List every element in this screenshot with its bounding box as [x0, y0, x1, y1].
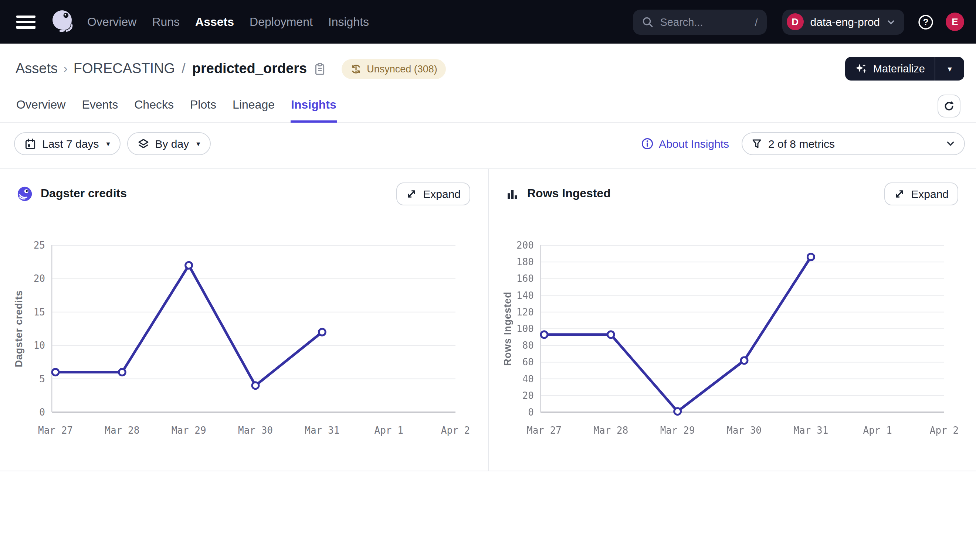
tab-plots[interactable]: Plots — [189, 88, 217, 123]
user-avatar[interactable]: E — [946, 13, 964, 31]
bar-chart-icon — [506, 187, 519, 200]
metrics-filter-label: 2 of 8 metrics — [768, 137, 835, 150]
refresh-button[interactable] — [938, 95, 961, 117]
dagster-credits-title: Dagster credits — [41, 187, 127, 200]
search-placeholder: Search... — [660, 16, 748, 28]
refresh-icon — [943, 100, 955, 112]
asset-tabs: Overview Events Checks Plots Lineage Ins… — [0, 88, 976, 123]
svg-text:Mar 28: Mar 28 — [105, 425, 139, 436]
dagster-credits-panel: Dagster credits Expand 0510152025Mar 27M… — [0, 169, 488, 471]
dagster-credits-header: Dagster credits Expand — [0, 169, 488, 218]
svg-text:Mar 27: Mar 27 — [527, 425, 562, 436]
search-input[interactable]: Search... / — [633, 9, 767, 34]
svg-text:Apr 2: Apr 2 — [441, 425, 470, 436]
rows-ingested-title: Rows Ingested — [527, 187, 611, 200]
copy-asset-name-button[interactable] — [314, 62, 325, 75]
deployment-switcher[interactable]: D data-eng-prod — [782, 9, 904, 34]
tab-overview[interactable]: Overview — [15, 88, 66, 123]
filter-funnel-icon — [751, 138, 762, 149]
svg-text:20: 20 — [33, 273, 45, 284]
nav-item-runs[interactable]: Runs — [150, 12, 181, 32]
caret-down-icon: ▾ — [948, 64, 952, 73]
tab-insights[interactable]: Insights — [290, 88, 337, 123]
svg-text:10: 10 — [33, 340, 45, 351]
app-root: Overview Runs Assets Deployment Insights… — [0, 0, 976, 560]
svg-text:100: 100 — [516, 323, 534, 334]
nav-links: Overview Runs Assets Deployment Insights — [86, 12, 371, 32]
svg-text:120: 120 — [516, 307, 534, 318]
expand-label: Expand — [911, 187, 949, 200]
help-button[interactable]: ? — [917, 13, 934, 31]
caret-down-icon: ▾ — [106, 140, 110, 148]
caret-down-icon: ▾ — [196, 140, 200, 148]
nav-item-assets[interactable]: Assets — [194, 12, 236, 32]
expand-label: Expand — [423, 187, 461, 200]
tab-events[interactable]: Events — [81, 88, 119, 123]
svg-text:80: 80 — [522, 340, 534, 351]
svg-text:60: 60 — [522, 357, 534, 368]
search-shortcut-hint: / — [755, 16, 758, 28]
about-insights-label: About Insights — [659, 137, 729, 150]
layers-icon — [137, 138, 149, 150]
top-nav: Overview Runs Assets Deployment Insights… — [0, 0, 976, 43]
calendar-icon — [24, 138, 36, 150]
svg-text:20: 20 — [522, 390, 534, 401]
svg-text:Mar 29: Mar 29 — [660, 425, 695, 436]
rows-ingested-chart[interactable]: 020406080100120140160180200Mar 27Mar 28M… — [489, 218, 976, 471]
deployment-name: data-eng-prod — [811, 15, 880, 28]
nav-item-insights[interactable]: Insights — [327, 12, 371, 32]
rows-ingested-panel: Rows Ingested Expand 0204060801001201401… — [488, 169, 976, 471]
svg-text:25: 25 — [33, 240, 45, 251]
svg-text:Apr 2: Apr 2 — [930, 425, 959, 436]
svg-text:Rows Ingested: Rows Ingested — [502, 292, 513, 366]
expand-icon — [406, 188, 417, 199]
svg-text:?: ? — [923, 17, 929, 27]
granularity-label: By day — [155, 137, 189, 150]
svg-text:Mar 31: Mar 31 — [305, 425, 339, 436]
svg-text:0: 0 — [39, 407, 45, 418]
svg-text:200: 200 — [516, 240, 534, 251]
svg-text:160: 160 — [516, 273, 534, 284]
granularity-dropdown[interactable]: By day ▾ — [127, 132, 211, 155]
chevron-down-icon — [946, 139, 955, 148]
svg-text:Mar 28: Mar 28 — [593, 425, 628, 436]
sync-alert-icon — [351, 63, 361, 74]
metrics-filter-select[interactable]: 2 of 8 metrics — [742, 132, 965, 155]
materialize-button[interactable]: Materialize — [845, 57, 934, 80]
svg-text:5: 5 — [39, 373, 45, 385]
materialize-dropdown-button[interactable]: ▾ — [935, 57, 964, 80]
hamburger-menu-icon[interactable] — [16, 15, 35, 28]
expand-icon — [894, 188, 905, 199]
breadcrumb-chevron: › — [64, 62, 68, 75]
search-icon — [642, 16, 653, 28]
svg-text:Apr 1: Apr 1 — [863, 425, 892, 436]
dagster-credits-chart[interactable]: 0510152025Mar 27Mar 28Mar 29Mar 30Mar 31… — [0, 218, 488, 471]
help-icon: ? — [917, 13, 934, 31]
asset-name: predicted_orders — [192, 61, 307, 77]
expand-dagster-credits-button[interactable]: Expand — [396, 182, 470, 205]
breadcrumb-row: Assets › FORECASTING / predicted_orders … — [0, 43, 976, 88]
status-badge[interactable]: Unsynced (308) — [342, 59, 446, 79]
dagster-logo-icon[interactable] — [49, 7, 77, 37]
info-icon — [641, 137, 653, 150]
tab-lineage[interactable]: Lineage — [232, 88, 276, 123]
clipboard-icon — [314, 62, 325, 75]
sparkles-icon — [855, 62, 867, 75]
svg-text:Apr 1: Apr 1 — [374, 425, 403, 436]
date-range-dropdown[interactable]: Last 7 days ▾ — [14, 132, 120, 155]
chevron-down-icon — [887, 17, 896, 26]
svg-text:Dagster credits: Dagster credits — [13, 290, 24, 368]
svg-text:Mar 31: Mar 31 — [793, 425, 828, 436]
breadcrumb-group-link[interactable]: FORECASTING — [74, 61, 175, 77]
nav-item-deployment[interactable]: Deployment — [248, 12, 314, 32]
materialize-split-button: Materialize ▾ — [845, 57, 964, 80]
about-insights-link[interactable]: About Insights — [641, 137, 729, 150]
nav-item-overview[interactable]: Overview — [86, 12, 138, 32]
dagster-credits-icon — [17, 186, 33, 201]
date-range-label: Last 7 days — [42, 137, 99, 150]
expand-rows-ingested-button[interactable]: Expand — [884, 182, 958, 205]
insights-panels: Dagster credits Expand 0510152025Mar 27M… — [0, 168, 976, 471]
svg-text:40: 40 — [522, 373, 534, 385]
breadcrumb-assets-link[interactable]: Assets — [15, 61, 58, 77]
tab-checks[interactable]: Checks — [134, 88, 174, 123]
